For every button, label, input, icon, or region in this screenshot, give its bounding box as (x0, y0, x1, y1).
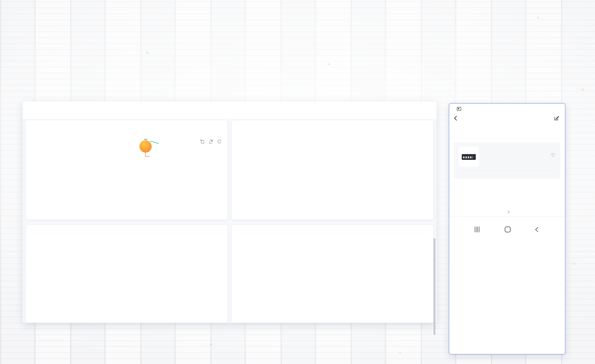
mobile-tabs (449, 124, 565, 138)
collapse-legend-link[interactable] (455, 211, 560, 213)
pie-callout-dn-switch (150, 141, 159, 144)
device-card-top (459, 146, 556, 167)
device-card-right (550, 146, 556, 167)
port-info-section (449, 186, 565, 213)
page (0, 0, 595, 364)
dashboard-scrollbar[interactable] (433, 238, 435, 335)
mobile-title-bar (449, 112, 565, 124)
devices-bar-chart (26, 150, 228, 220)
dashboard-body (23, 119, 437, 323)
home-nav-icon[interactable] (505, 227, 511, 232)
alarm-type-header (237, 230, 428, 234)
wifi-icon (550, 153, 556, 158)
dashboard-nav (23, 102, 437, 119)
switch-image-body (462, 154, 476, 159)
area-zoom-icon[interactable] (200, 139, 205, 144)
android-nav-bar (449, 222, 565, 237)
alarm-type-panel (231, 225, 433, 323)
alarm-level-header (31, 230, 222, 234)
flow-area-chart (282, 145, 433, 218)
device-card-info (483, 146, 546, 167)
recents-icon[interactable] (475, 227, 480, 232)
dashboard-window (23, 102, 437, 323)
switch-product-image (459, 146, 479, 167)
pie-callout-switch (144, 139, 147, 140)
action-buttons-row (449, 217, 565, 220)
alarm-level-bar-chart (26, 241, 228, 322)
alarm-level-panel (26, 225, 227, 323)
back-nav-icon[interactable] (535, 227, 540, 232)
screenshot-icon (457, 107, 461, 111)
rack-led-dots (0, 0, 1, 1)
restore-icon[interactable] (208, 139, 213, 144)
alarm-type-line-chart (232, 241, 434, 322)
device-summary-card (454, 142, 560, 179)
mobile-app-window (449, 103, 566, 354)
edit-icon[interactable] (553, 115, 560, 121)
ram-gauge (235, 179, 283, 219)
chevron-right-icon (506, 210, 510, 214)
back-icon[interactable] (454, 116, 459, 121)
refresh-icon[interactable] (217, 139, 222, 144)
devices-panel (26, 120, 227, 220)
card-divider (459, 170, 556, 171)
devices-chart-toolbar (200, 139, 222, 144)
server-panel (231, 120, 433, 220)
mobile-status-bar (449, 103, 565, 111)
cpu-gauge (235, 140, 283, 180)
switch-image-ports (463, 156, 473, 158)
